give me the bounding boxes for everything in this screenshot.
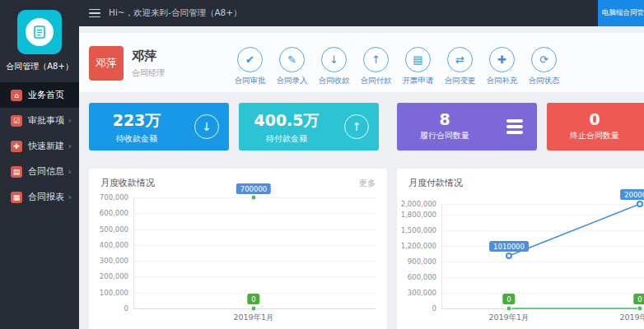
quick-action-contract-supplement[interactable]: ✚ 合同补充 (481, 47, 523, 86)
quick-action-label: 合同补充 (487, 76, 518, 86)
y-axis-tick: 200,000 (89, 272, 128, 280)
contract-change-icon: ⇄ (447, 47, 473, 72)
layers-icon (502, 114, 527, 139)
plus-icon: ✚ (11, 141, 22, 152)
home-icon: ⌂ (11, 90, 22, 101)
data-point[interactable] (637, 306, 643, 312)
x-axis-tick: 2019年1月 (476, 313, 542, 323)
user-role: 合同经理 (132, 67, 165, 79)
menu-label: 合同信息 (28, 165, 64, 178)
main-content: 邓萍 邓萍 合同经理 ✔ 合同审批 ✎ 合同录入 ↓ 合同收款 ↑ 合同付款 ▤… (79, 26, 644, 329)
contract-entry-icon: ✎ (279, 47, 305, 72)
point-label: 0 (247, 294, 259, 304)
topbar: Hi~，欢迎来到-合同管理（A8+） 电脑端合同管理 (79, 0, 644, 26)
y-axis-tick: 300,000 (89, 257, 128, 265)
gridline (441, 230, 644, 231)
quick-action-label: 合同付款 (361, 76, 392, 86)
stat-label: 终止合同数量 (547, 130, 642, 141)
x-axis-line (441, 308, 644, 309)
chevron-right-icon: › (68, 116, 72, 125)
stat-value: 223万 (89, 110, 184, 132)
gridline (441, 277, 644, 278)
point-label: 0 (633, 294, 644, 304)
gridline (133, 229, 376, 230)
chevron-right-icon: › (68, 192, 72, 202)
menu-item-contract-report[interactable]: ▦ 合同报表 › (0, 184, 79, 210)
chevron-right-icon: › (68, 141, 72, 151)
app-logo (17, 10, 62, 54)
y-axis-tick: 500,000 (89, 225, 128, 234)
approval-icon: ☑ (11, 115, 22, 127)
contract-approval-icon: ✔ (237, 47, 263, 72)
stat-card-terminated-contracts[interactable]: 0 终止合同数量 ⊘ (547, 103, 644, 151)
menu-label: 合同报表 (28, 191, 64, 203)
stat-label: 待付款金额 (239, 133, 334, 145)
sidebar: 合同管理（A8+） ⌂ 业务首页 ☑ 审批事项 › ✚ 快速新建 › ▤ 合同信… (0, 0, 79, 329)
arrow-up-circle-icon: ↑ (344, 114, 369, 139)
data-point[interactable] (251, 306, 257, 312)
y-axis-tick: 400,000 (89, 241, 128, 249)
pc-contract-management-button[interactable]: 电脑端合同管理 (598, 0, 644, 26)
quick-action-label: 合同录入 (277, 76, 308, 86)
contract-document-icon (26, 18, 54, 46)
data-point[interactable] (637, 201, 643, 207)
quick-action-invoice-request[interactable]: ▤ 开票申请 (397, 47, 439, 86)
y-axis-tick: 700,000 (89, 193, 128, 202)
gridline (441, 204, 644, 205)
menu-label: 业务首页 (28, 89, 64, 101)
y-axis-tick: 100,000 (89, 289, 128, 297)
gridline (133, 261, 376, 262)
menu-item-contract-info[interactable]: ▤ 合同信息 › (0, 159, 79, 184)
info-list-icon: ▤ (11, 166, 22, 178)
more-link[interactable]: 更多 (359, 178, 376, 189)
quick-action-label: 合同变更 (445, 76, 476, 86)
stat-card-pending-payments[interactable]: 400.5万 待付款金额 ↑ (239, 103, 379, 151)
sidebar-menu: ⌂ 业务首页 ☑ 审批事项 › ✚ 快速新建 › ▤ 合同信息 › ▦ 合同报表… (0, 82, 79, 210)
data-point[interactable] (506, 306, 512, 312)
contract-status-icon: ⟳ (531, 47, 557, 72)
y-axis-line (441, 204, 442, 308)
contract-supplement-icon: ✚ (489, 47, 515, 72)
stat-value: 0 (547, 110, 642, 128)
y-axis-tick: 0 (397, 304, 436, 313)
quick-action-contract-change[interactable]: ⇄ 合同变更 (439, 47, 481, 86)
y-axis-tick: 1,500,000 (397, 226, 436, 234)
x-axis-tick: 2019年1月 (221, 313, 287, 323)
quick-action-contract-payment[interactable]: ↑ 合同付款 (355, 47, 397, 86)
menu-item-business-home[interactable]: ⌂ 业务首页 (0, 82, 79, 108)
gridline (441, 262, 644, 262)
monthly-receipts-chart-panel: 月度收款情况 更多 700,000 600,000 500,000 400,00… (89, 169, 387, 329)
quick-action-label: 合同收款 (319, 76, 350, 86)
quick-action-contract-entry[interactable]: ✎ 合同录入 (271, 47, 313, 86)
gridline (441, 246, 644, 247)
contract-payment-icon: ↑ (363, 47, 389, 72)
y-axis-line (133, 197, 134, 308)
stat-value: 8 (397, 110, 492, 128)
y-axis-tick: 1,200,000 (397, 242, 436, 250)
stat-label: 待收款金额 (89, 133, 184, 145)
point-label: 2000000 (620, 189, 644, 200)
y-axis-tick: 0 (89, 304, 128, 313)
app-title: 合同管理（A8+） (0, 61, 79, 72)
point-label: 700000 (236, 183, 271, 194)
stat-card-pending-receipts[interactable]: 223万 待收款金额 ↓ (89, 103, 229, 151)
quick-action-contract-status[interactable]: ⟳ 合同状态 (523, 47, 565, 86)
stat-card-active-contracts[interactable]: 8 履行合同数量 (397, 103, 537, 151)
report-icon: ▦ (11, 192, 22, 203)
menu-item-approval-matters[interactable]: ☑ 审批事项 › (0, 108, 79, 133)
point-label: 0 (502, 294, 515, 304)
data-point[interactable] (506, 253, 512, 259)
menu-label: 审批事项 (28, 114, 64, 127)
contract-receipt-icon: ↓ (321, 47, 347, 72)
panel-title: 月度收款情况 (100, 177, 155, 189)
welcome-text: Hi~，欢迎来到-合同管理（A8+） (109, 7, 242, 19)
data-point[interactable] (251, 195, 257, 201)
quick-action-contract-approval[interactable]: ✔ 合同审批 (229, 47, 271, 86)
menu-label: 快速新建 (28, 140, 64, 152)
menu-item-quick-create[interactable]: ✚ 快速新建 › (0, 133, 79, 159)
quick-action-label: 开票申请 (403, 76, 434, 86)
invoice-request-icon: ▤ (405, 47, 431, 72)
quick-action-contract-receipt[interactable]: ↓ 合同收款 (313, 47, 355, 86)
hamburger-menu-icon[interactable] (89, 9, 100, 18)
y-axis-tick: 600,000 (397, 273, 436, 281)
